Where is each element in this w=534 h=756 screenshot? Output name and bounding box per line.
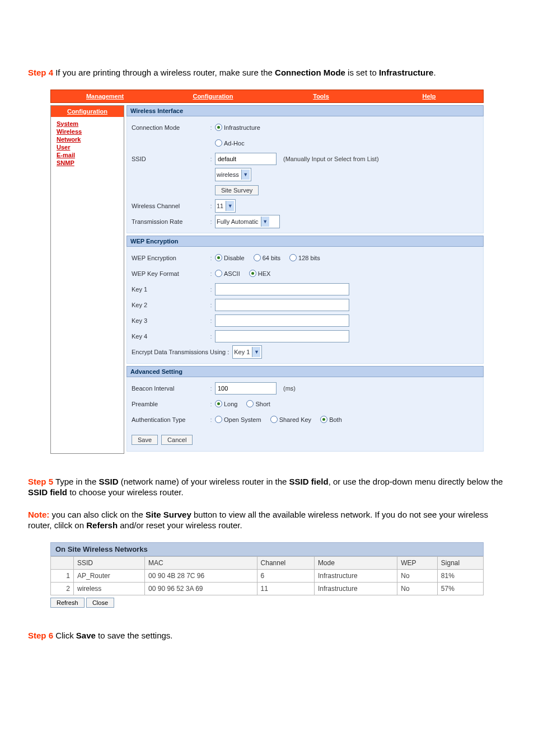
label-key3: Key 3 <box>132 317 207 324</box>
step5-label: Step 5 <box>28 477 53 486</box>
step4-paragraph: Step 4 If you are printing through a wir… <box>28 67 506 78</box>
radio-hex[interactable]: HEX <box>249 270 271 277</box>
radio-infrastructure[interactable]: Infrastructure <box>215 124 260 131</box>
radio-dot-icon <box>289 254 297 261</box>
radio-dot-icon <box>270 416 278 423</box>
radio-wep-64[interactable]: 64 bits <box>254 254 280 261</box>
col-ssid: SSID <box>74 556 145 569</box>
radio-dot-icon <box>246 400 254 407</box>
advanced-header: Advanced Setting <box>127 366 484 377</box>
label-rate: Transmission Rate <box>132 218 207 225</box>
label-auth: Authentication Type <box>132 416 207 423</box>
rate-select[interactable]: Fully Automatic ▼ <box>215 215 280 228</box>
chevron-down-icon: ▼ <box>252 347 260 357</box>
wep-header: WEP Encryption <box>127 236 484 247</box>
beacon-unit: (ms) <box>283 385 296 392</box>
chevron-down-icon: ▼ <box>241 170 250 180</box>
key3-input[interactable] <box>215 314 349 327</box>
radio-ascii[interactable]: ASCII <box>215 270 240 277</box>
label-ssid: SSID <box>132 156 207 162</box>
wireless-interface-header: Wireless Interface <box>127 105 484 116</box>
key2-input[interactable] <box>215 299 349 311</box>
col-mode: Mode <box>314 556 397 569</box>
step6-label: Step 6 <box>28 631 53 640</box>
radio-dot-icon <box>254 254 261 261</box>
survey-table: SSID MAC Channel Mode WEP Signal 1 AP_Ro… <box>50 556 484 595</box>
cancel-button[interactable]: Cancel <box>161 435 193 445</box>
label-key1: Key 1 <box>132 286 207 293</box>
col-wep: WEP <box>397 556 438 569</box>
chevron-down-icon: ▼ <box>226 201 234 211</box>
radio-dot-icon <box>215 254 222 261</box>
label-wep-keyformat: WEP Key Format <box>132 270 207 277</box>
ssid-select[interactable]: wireless ▼ <box>215 168 251 181</box>
key4-input[interactable] <box>215 330 349 342</box>
label-key4: Key 4 <box>132 333 207 340</box>
sidebar-item-network[interactable]: Network <box>57 136 118 143</box>
tab-management[interactable]: Management <box>51 93 159 100</box>
config-screenshot: Management Configuration Tools Help Conf… <box>50 90 484 454</box>
table-row[interactable]: 2 wireless 00 90 96 52 3A 69 11 Infrastr… <box>51 582 484 595</box>
encrypt-using-select[interactable]: Key 1 ▼ <box>232 345 262 359</box>
radio-wep-128[interactable]: 128 bits <box>289 254 320 261</box>
sidebar-item-user[interactable]: User <box>57 144 118 151</box>
radio-adhoc[interactable]: Ad-Hoc <box>215 139 245 147</box>
note-label: Note: <box>28 510 49 519</box>
sidebar-item-system[interactable]: System <box>57 120 118 127</box>
radio-long[interactable]: Long <box>215 400 237 407</box>
sidebar-item-wireless[interactable]: Wireless <box>57 128 118 135</box>
save-button[interactable]: Save <box>132 435 158 445</box>
close-button[interactable]: Close <box>86 598 114 608</box>
radio-short[interactable]: Short <box>246 400 270 407</box>
radio-dot-icon <box>249 270 256 277</box>
channel-select[interactable]: 11 ▼ <box>215 199 236 213</box>
radio-shared[interactable]: Shared Key <box>270 416 311 423</box>
radio-dot-icon <box>320 416 327 423</box>
table-row[interactable]: 1 AP_Router 00 90 4B 28 7C 96 6 Infrastr… <box>51 569 484 582</box>
sidebar-item-snmp[interactable]: SNMP <box>57 159 118 166</box>
label-key2: Key 2 <box>132 302 207 308</box>
ssid-input[interactable] <box>215 153 277 165</box>
label-wep-encryption: WEP Encryption <box>132 255 207 261</box>
beacon-input[interactable] <box>215 382 277 395</box>
note-paragraph: Note: you can also click on the Site Sur… <box>28 509 506 531</box>
col-mac: MAC <box>145 556 257 569</box>
sidebar-item-email[interactable]: E-mail <box>57 152 118 158</box>
radio-dot-icon <box>215 416 222 423</box>
ssid-hint: (Manually Input or Select from List) <box>283 156 379 162</box>
sidebar-title: Configuration <box>51 106 124 117</box>
col-signal: Signal <box>437 556 483 569</box>
step6-paragraph: Step 6 Click Save to save the settings. <box>28 630 506 641</box>
sidebar: Configuration System Wireless Network Us… <box>50 105 124 454</box>
col-n <box>51 556 74 569</box>
radio-open[interactable]: Open System <box>215 416 261 423</box>
radio-both[interactable]: Both <box>320 416 342 423</box>
col-channel: Channel <box>257 556 314 569</box>
top-tabs: Management Configuration Tools Help <box>50 90 484 103</box>
survey-title: On Site Wireless Networks <box>50 542 484 556</box>
tab-tools[interactable]: Tools <box>267 93 375 100</box>
radio-dot-icon <box>215 400 222 407</box>
label-beacon: Beacon Interval <box>132 385 207 392</box>
chevron-down-icon: ▼ <box>261 217 269 227</box>
label-encrypt-using: Encrypt Data Transmissions Using : <box>132 349 229 355</box>
step4-label: Step 4 <box>28 68 53 77</box>
radio-wep-disable[interactable]: Disable <box>215 254 245 261</box>
key1-input[interactable] <box>215 283 349 295</box>
radio-dot-icon <box>215 270 222 277</box>
step5-paragraph: Step 5 Type in the SSID (network name) o… <box>28 476 506 498</box>
radio-dot-icon <box>215 139 222 147</box>
tab-help[interactable]: Help <box>375 93 483 100</box>
radio-dot-icon <box>215 124 222 131</box>
tab-configuration[interactable]: Configuration <box>159 93 267 100</box>
label-channel: Wireless Channel <box>132 203 207 209</box>
site-survey-button[interactable]: Site Survey <box>215 185 259 195</box>
table-header-row: SSID MAC Channel Mode WEP Signal <box>51 556 484 569</box>
refresh-button[interactable]: Refresh <box>50 598 85 608</box>
label-preamble: Preamble <box>132 401 207 407</box>
survey-screenshot: On Site Wireless Networks SSID MAC Chann… <box>50 542 484 608</box>
label-connection-mode: Connection Mode <box>132 124 207 131</box>
